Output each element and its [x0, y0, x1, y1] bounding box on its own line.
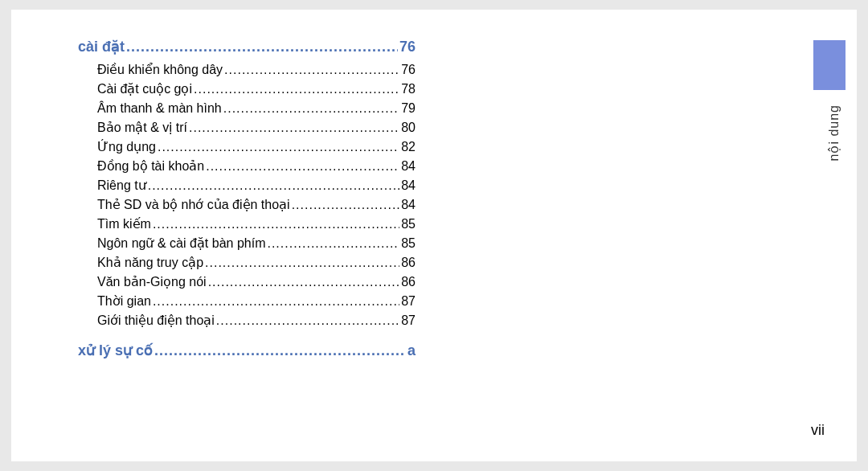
- toc-leader: ........................................…: [216, 311, 399, 330]
- toc-section-header: xử lý sự cố ............................…: [78, 342, 416, 359]
- document-page: cài đặt ................................…: [11, 10, 857, 461]
- toc-item: Ứng dụng ...............................…: [78, 137, 416, 157]
- toc-item: Thẻ SD và bộ nhớ của điện thoại ........…: [78, 195, 416, 215]
- toc-leader: ........................................…: [224, 60, 399, 80]
- toc-section-title: cài đặt: [78, 38, 125, 55]
- side-tab-marker: [813, 40, 845, 90]
- toc-leader: ........................................…: [223, 99, 399, 118]
- toc-leader: ........................................…: [154, 342, 406, 359]
- toc-item-page: 79: [401, 99, 416, 118]
- toc-leader: ........................................…: [194, 80, 399, 99]
- toc-item-page: 78: [401, 80, 416, 99]
- toc-item-title: Giới thiệu điện thoại: [97, 311, 215, 330]
- toc-section-page: a: [407, 342, 416, 359]
- toc-item: Riêng tư ...............................…: [78, 176, 416, 195]
- toc-item-title: Ngôn ngữ & cài đặt bàn phím: [97, 234, 265, 253]
- toc-item: Khả năng truy cập ......................…: [78, 253, 416, 272]
- toc-leader: ........................................…: [148, 176, 400, 195]
- toc-item: Văn bản-Giọng nói ......................…: [78, 272, 416, 292]
- toc-item-title: Đồng bộ tài khoản: [97, 157, 204, 176]
- toc-item-title: Âm thanh & màn hình: [97, 99, 222, 118]
- toc-item-page: 87: [401, 292, 416, 311]
- toc-item-page: 82: [401, 137, 416, 157]
- toc-section-title: xử lý sự cố: [78, 342, 153, 359]
- toc-leader: ........................................…: [206, 157, 399, 176]
- toc-leader: ........................................…: [158, 137, 399, 157]
- toc-item: Cài đặt cuộc gọi .......................…: [78, 80, 416, 99]
- toc-item-title: Riêng tư: [97, 176, 146, 195]
- toc-item-title: Thẻ SD và bộ nhớ của điện thoại: [97, 195, 290, 215]
- toc-item-title: Khả năng truy cập: [97, 253, 203, 272]
- toc-item: Bảo mật & vị trí .......................…: [78, 118, 416, 137]
- toc-leader: ........................................…: [153, 292, 399, 311]
- toc-item-title: Ứng dụng: [97, 137, 156, 157]
- toc-item: Điều khiển không dây ...................…: [78, 60, 416, 80]
- toc-item: Tìm kiếm ...............................…: [78, 215, 416, 234]
- toc-item: Ngôn ngữ & cài đặt bàn phím ............…: [78, 234, 416, 253]
- toc-item: Âm thanh & màn hình ....................…: [78, 99, 416, 118]
- section-gap: [78, 330, 416, 342]
- side-section-label: nội dung: [826, 104, 841, 162]
- toc-item: Thời gian ..............................…: [78, 292, 416, 311]
- toc-item-page: 85: [401, 215, 416, 234]
- toc-item-title: Thời gian: [97, 292, 151, 311]
- toc-section-page: 76: [399, 39, 416, 55]
- toc-item-page: 84: [401, 176, 416, 195]
- toc-item-page: 86: [401, 272, 416, 292]
- page-number: vii: [811, 422, 825, 439]
- toc-item: Giới thiệu điện thoại ..................…: [78, 311, 416, 330]
- toc-item-page: 80: [401, 118, 416, 137]
- toc-item-title: Tìm kiếm: [97, 215, 151, 234]
- toc-leader: ........................................…: [126, 39, 398, 55]
- toc-item-title: Văn bản-Giọng nói: [97, 272, 207, 292]
- toc-item-page: 85: [401, 234, 416, 253]
- toc-leader: ........................................…: [205, 253, 399, 272]
- toc-item-page: 86: [401, 253, 416, 272]
- toc-item-page: 76: [401, 60, 416, 80]
- toc-item-page: 87: [401, 311, 416, 330]
- toc-leader: ........................................…: [189, 118, 399, 137]
- toc-leader: ........................................…: [208, 272, 400, 292]
- toc-section-header: cài đặt ................................…: [78, 38, 416, 55]
- toc-content: cài đặt ................................…: [78, 38, 416, 364]
- toc-item-title: Bảo mật & vị trí: [97, 118, 187, 137]
- toc-leader: ........................................…: [292, 195, 400, 215]
- toc-item-page: 84: [401, 157, 416, 176]
- toc-item-title: Cài đặt cuộc gọi: [97, 80, 192, 99]
- toc-item-title: Điều khiển không dây: [97, 60, 223, 80]
- toc-leader: ........................................…: [267, 234, 399, 253]
- toc-leader: ........................................…: [153, 215, 399, 234]
- toc-item-page: 84: [401, 195, 416, 215]
- toc-item: Đồng bộ tài khoản ......................…: [78, 157, 416, 176]
